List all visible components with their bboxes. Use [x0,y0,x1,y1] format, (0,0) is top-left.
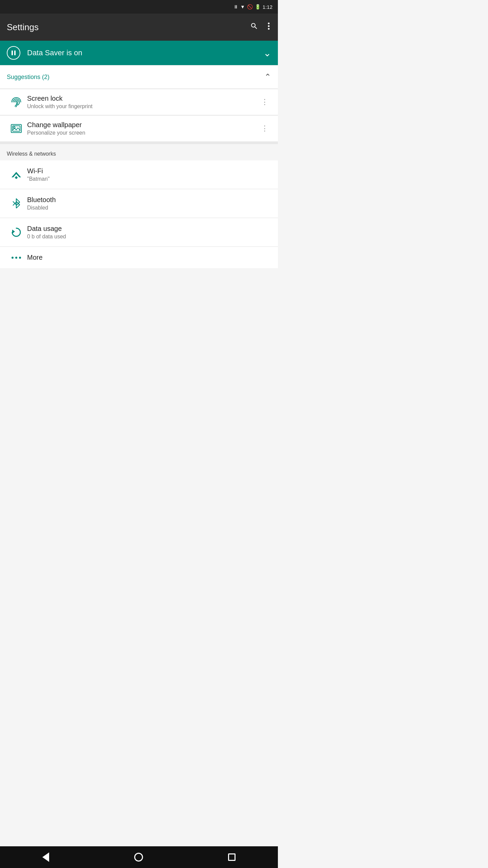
data-usage-title: Data usage [27,225,271,233]
bluetooth-item[interactable]: Bluetooth Disabled [0,189,278,218]
data-saver-text: Data Saver is on [27,48,263,57]
bluetooth-content: Bluetooth Disabled [26,196,271,211]
dot-2 [15,257,17,259]
pause-bar-right [14,51,16,55]
more-title: More [27,254,271,261]
main-content: Suggestions (2) ⌃ Screen lock Unlock wit… [0,65,278,846]
wireless-section-title: Wireless & networks [7,151,56,157]
more-item[interactable]: More [0,247,278,268]
pause-bar-left [12,51,13,55]
data-usage-icon [7,226,26,238]
svg-marker-10 [12,230,15,234]
more-icon [7,257,26,259]
data-saver-chevron-icon: ⌄ [263,47,271,59]
more-options-button[interactable] [266,21,271,34]
dot-3 [19,257,21,259]
status-icons: ⏸ ▼ 🚫 🔋 1:12 [233,4,272,10]
wifi-icon [7,169,26,181]
nav-back-button[interactable] [42,852,49,862]
bluetooth-subtitle: Disabled [27,205,271,211]
svg-point-9 [16,177,17,179]
battery-status-icon: 🔋 [255,4,261,9]
screen-lock-item[interactable]: Screen lock Unlock with your fingerprint… [0,89,278,115]
status-bar: ⏸ ▼ 🚫 🔋 1:12 [0,0,278,14]
wifi-title: Wi-Fi [27,167,271,175]
dot-1 [12,257,14,259]
data-saver-pause-icon [7,46,20,60]
wallpaper-subtitle: Personalize your screen [27,130,258,136]
screen-lock-icon [7,96,26,108]
status-time: 1:12 [263,4,272,10]
change-wallpaper-item[interactable]: Change wallpaper Personalize your screen… [0,115,278,141]
svg-point-0 [268,23,270,24]
sim-status-icon: 🚫 [247,4,253,9]
wifi-status-icon: ▼ [240,4,245,9]
screen-lock-title: Screen lock [27,95,258,102]
wifi-item[interactable]: Wi-Fi "Batman" [0,160,278,189]
wifi-content: Wi-Fi "Batman" [26,167,271,182]
more-content: More [26,254,271,261]
search-button[interactable] [249,21,260,34]
nav-home-button[interactable] [134,853,143,862]
data-usage-subtitle: 0 b of data used [27,234,271,240]
screen-lock-subtitle: Unlock with your fingerprint [27,103,258,110]
suggestions-header[interactable]: Suggestions (2) ⌃ [0,65,278,88]
suggestions-title: Suggestions (2) [7,74,49,81]
wireless-section-header: Wireless & networks [0,144,278,160]
data-saver-banner[interactable]: Data Saver is on ⌄ [0,41,278,65]
bluetooth-title: Bluetooth [27,196,271,204]
wallpaper-content: Change wallpaper Personalize your screen [26,121,258,136]
wifi-subtitle: "Batman" [27,176,271,182]
data-usage-item[interactable]: Data usage 0 b of data used [0,218,278,246]
svg-point-1 [268,25,270,27]
wallpaper-more-icon[interactable]: ⋮ [258,123,271,134]
app-title: Settings [7,22,249,33]
bluetooth-icon [7,197,26,210]
data-usage-content: Data usage 0 b of data used [26,225,271,240]
screen-lock-content: Screen lock Unlock with your fingerprint [26,95,258,110]
app-bar-actions [249,21,271,34]
more-dots-shape [12,257,21,259]
navigation-bar [0,846,278,868]
wallpaper-title: Change wallpaper [27,121,258,129]
pause-bars-shape [12,51,16,55]
svg-point-2 [268,28,270,30]
divider-section [0,141,278,144]
nav-recents-button[interactable] [228,853,236,861]
screen-lock-more-icon[interactable]: ⋮ [258,96,271,108]
app-bar: Settings [0,14,278,41]
pause-status-icon: ⏸ [233,4,238,9]
suggestions-chevron-icon: ⌃ [264,72,271,82]
wallpaper-icon [7,122,26,135]
